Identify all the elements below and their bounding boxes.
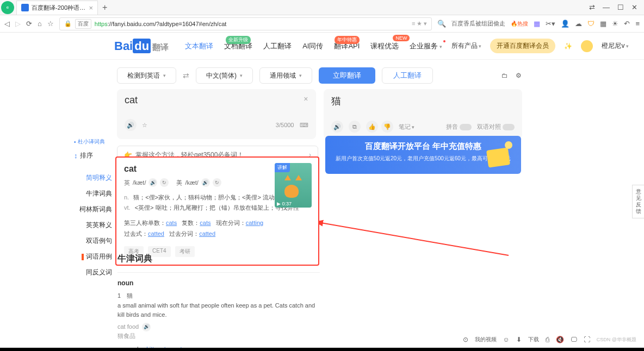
browser-toolbar: ◁ ▷ ⟳ ⌂ ☆ 🔒 百度 https://fanyi.baidu.com/?… — [0, 15, 644, 33]
speaker-icon[interactable]: 🔊 — [125, 119, 137, 131]
keyboard-icon[interactable]: ⌨ — [300, 122, 308, 129]
uk-repeat-icon[interactable]: ↻ — [160, 178, 169, 187]
promo-banner[interactable]: 百度翻译开放平台 年中充值特惠 新用户首次充值50元返20元，老用户充值500元… — [325, 136, 521, 174]
forward-icon[interactable]: ▷ — [15, 20, 21, 28]
sidebar-item-collins[interactable]: 柯林斯词典 — [74, 202, 112, 217]
domain-select[interactable]: 通用领域 — [259, 67, 312, 84]
flame-icon: 🔥热搜 — [511, 20, 528, 28]
nav-courses[interactable]: 课程优选NEW — [370, 41, 399, 51]
undo-icon[interactable]: ↶ — [624, 20, 630, 28]
menu-icon[interactable]: ≡ — [635, 20, 640, 28]
username[interactable]: 橙尼尼v — [602, 41, 629, 51]
browser-tab[interactable]: 百度翻译-200种语言互译、沟... × — [16, 1, 98, 15]
toggle-icon[interactable]: ⇄ — [589, 3, 595, 11]
sidebar-item-oxford[interactable]: 牛津词典 — [74, 186, 112, 202]
address-bar[interactable]: 🔒 百度 https://fanyi.baidu.com/?aldtype=16… — [59, 17, 432, 30]
swap-icon[interactable]: ⇄ — [183, 71, 189, 80]
us-repeat-icon[interactable]: ↻ — [213, 178, 221, 187]
bottom-status-bar: ⊙我的视频 ☺ ⬇下载 ⎙ 🔇 🖵 ⛶ CSDN @华非概题 — [463, 336, 636, 343]
site-header: Baidu翻译 文本翻译 全新升级文档翻译 人工翻译 AI同传 年中特惠翻译AP… — [0, 33, 644, 60]
us-speaker-icon[interactable]: 🔊 — [201, 178, 210, 187]
reload-icon[interactable]: ⟳ — [26, 20, 32, 28]
sidebar-tag: 杜小译词典 — [74, 138, 112, 146]
printer-icon[interactable]: ⎙ — [546, 336, 549, 343]
feedback-tab[interactable]: 意见反馈 — [632, 185, 644, 218]
notes-dropdown[interactable]: 笔记 — [399, 123, 415, 131]
maximize-icon[interactable]: ☐ — [617, 3, 624, 11]
avatar[interactable] — [581, 40, 593, 52]
folder-icon[interactable]: 🗀 — [501, 72, 508, 79]
uk-speaker-icon[interactable]: 🔊 — [148, 178, 157, 187]
window-close-icon[interactable]: ✕ — [631, 3, 637, 11]
thumbs-up-icon[interactable]: 👍 — [366, 121, 378, 133]
main-nav: 文本翻译 全新升级文档翻译 人工翻译 AI同传 年中特惠翻译API 课程优选NE… — [185, 41, 442, 51]
source-lang-select[interactable]: 检测到英语 — [117, 67, 176, 84]
dict-card: cat 英 /kæt/ 🔊↻ 美 /kæt/ 🔊↻ n.猫；<俚>家伙，人；猫科… — [115, 156, 319, 266]
play-dot-icon[interactable]: ⊙ — [463, 336, 468, 343]
search-icon[interactable]: 🔍 — [437, 20, 446, 28]
fullscreen-icon[interactable]: ⛶ — [584, 336, 590, 343]
svg-line-0 — [321, 223, 509, 255]
source-input[interactable] — [125, 95, 308, 106]
sidebar-item-synant[interactable]: 同反义词 — [74, 265, 112, 280]
scissors-icon[interactable]: ✂▾ — [546, 20, 555, 28]
baidu-fanyi-logo[interactable]: Baidu翻译 — [114, 39, 169, 53]
pinyin-toggle[interactable]: 拼音 — [446, 123, 472, 131]
nav-enterprise[interactable]: 企业服务 — [410, 41, 442, 51]
nav-ai-interp[interactable]: AI同传 — [302, 41, 323, 51]
apps-icon[interactable]: ▦ — [600, 20, 606, 28]
sort-button[interactable]: 排序 — [74, 151, 112, 160]
form-pastp[interactable]: catted — [199, 230, 215, 237]
download-icon[interactable]: ⬇ — [516, 336, 522, 343]
example-speaker-icon[interactable]: 🔊 — [142, 323, 151, 331]
form-past[interactable]: catted — [148, 230, 164, 237]
sidebar-item-brief[interactable]: 简明释义 — [74, 170, 112, 186]
bilingual-toggle[interactable]: 双语对照 — [477, 123, 515, 131]
monitor-icon[interactable]: 🖵 — [571, 336, 577, 343]
input-pane: × 🔊 ☆ 3/5000 ⌨ — [117, 89, 316, 139]
explainer-video[interactable]: 讲解 0:37 — [275, 163, 312, 208]
nav-human-translate[interactable]: 人工翻译 — [263, 41, 292, 51]
sun-icon[interactable]: ☀ — [612, 20, 618, 28]
shield-icon[interactable]: 🛡 — [587, 20, 595, 28]
form-pres[interactable]: catting — [246, 220, 263, 226]
nav-doc-translate[interactable]: 全新升级文档翻译 — [224, 41, 252, 51]
user-icon[interactable]: 👤 — [561, 20, 569, 28]
star-icon[interactable]: ☆ — [47, 20, 54, 28]
nav-api[interactable]: 年中特惠翻译API — [334, 41, 360, 51]
browser-logo-icon: e — [1, 1, 14, 14]
lock-icon: 🔒 — [64, 20, 72, 27]
wand-icon[interactable]: ✨ — [564, 42, 572, 50]
nav-text-translate[interactable]: 文本翻译 — [185, 41, 213, 51]
vip-button[interactable]: 开通百度翻译会员 — [490, 39, 555, 53]
sidebar-item-bilingual[interactable]: 双语例句 — [74, 233, 112, 249]
mute-icon[interactable]: 🔇 — [556, 336, 564, 343]
target-lang-select[interactable]: 中文(简体) — [196, 67, 253, 84]
clear-input-icon[interactable]: × — [304, 95, 308, 103]
translate-button[interactable]: 立即翻译 — [319, 67, 375, 84]
site-chip: 百度 — [75, 19, 91, 29]
sidebar-item-enen[interactable]: 英英释义 — [74, 217, 112, 233]
back-icon[interactable]: ◁ — [4, 20, 10, 28]
home-icon[interactable]: ⌂ — [38, 20, 42, 28]
minimize-icon[interactable]: — — [603, 3, 610, 11]
cloud-icon[interactable]: ☁ — [575, 20, 582, 28]
human-translate-button[interactable]: 人工翻译 — [382, 67, 433, 84]
new-tab-button[interactable]: + — [102, 3, 107, 12]
cat-illustration-icon — [284, 178, 302, 198]
thumbs-down-icon[interactable]: 👎 — [381, 121, 393, 133]
all-products-dropdown[interactable]: 所有产品 — [451, 41, 482, 51]
smile-icon[interactable]: ☺ — [503, 336, 510, 343]
star-outline-icon[interactable]: ☆ — [142, 122, 147, 129]
form-plural[interactable]: cats — [200, 220, 210, 226]
copy-icon[interactable]: ⧉ — [349, 121, 361, 133]
url-menu-icon[interactable]: ≡ ★ ▾ — [412, 20, 428, 27]
gear-icon[interactable]: ⚙ — [516, 72, 522, 79]
ext-icon[interactable]: ▦ — [534, 20, 540, 28]
speaker-out-icon[interactable]: 🔊 — [331, 121, 343, 133]
tab-close-icon[interactable]: × — [89, 4, 93, 12]
hot-search-text[interactable]: 百度香瓜被组团偷走 — [451, 20, 505, 28]
url-path: ://fanyi.baidu.com/?aldtype=16047#en/zh/… — [108, 21, 227, 27]
form-third[interactable]: cats — [166, 220, 177, 226]
sidebar-item-usage[interactable]: 词语用例 — [74, 249, 112, 265]
